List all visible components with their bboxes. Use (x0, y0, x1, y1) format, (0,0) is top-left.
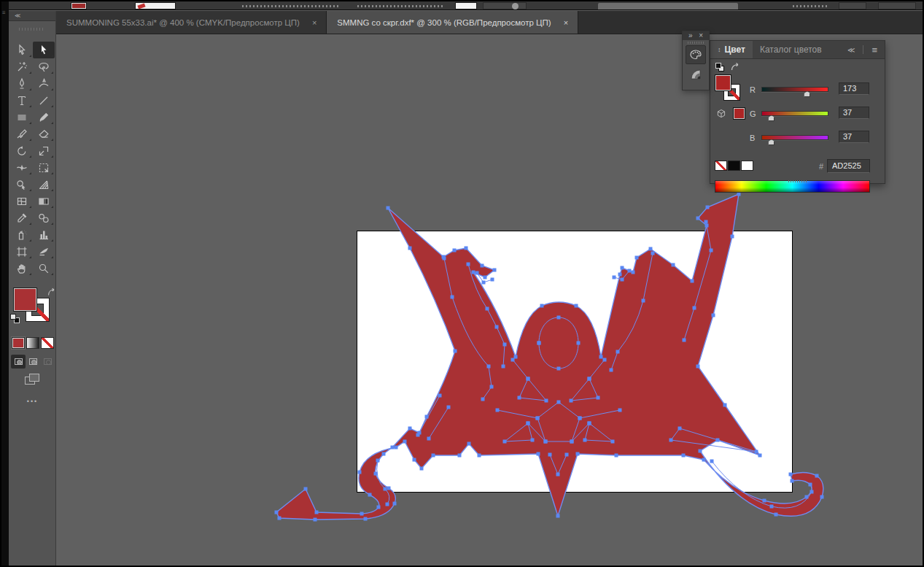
control-icon[interactable] (512, 3, 519, 9)
control-field[interactable] (878, 2, 916, 9)
dock-grip[interactable] (688, 42, 704, 44)
document-tab[interactable]: SMMNG со скрг.dxf* @ 300 % (RGB/Предпрос… (327, 11, 578, 34)
panel-toggle-icon: ↕ (718, 46, 721, 53)
channel-row-g: G37 (710, 108, 886, 121)
dock-expand-icon[interactable]: » (686, 32, 696, 39)
panel-resize-grip[interactable] (788, 180, 807, 182)
channel-value-input[interactable]: 37 (839, 131, 869, 143)
toolbar-collapse-button[interactable]: ≪ (9, 11, 55, 21)
panel-fill-swatch[interactable] (715, 74, 731, 91)
tab-close-icon[interactable]: × (310, 18, 319, 27)
screen-mode-button[interactable] (25, 374, 41, 387)
tool-artboard[interactable] (11, 243, 33, 260)
color-panel-icon[interactable] (686, 45, 706, 64)
draw-normal-button[interactable] (11, 355, 26, 369)
tab-color[interactable]: ↕ Цвет (710, 41, 753, 58)
eraser-icon (37, 128, 50, 141)
slider-thumb[interactable] (768, 139, 774, 145)
tool-paintbrush[interactable] (33, 109, 55, 126)
panel-icon-dock: » × (682, 31, 710, 90)
dock-close-icon[interactable]: × (696, 32, 706, 39)
divider (863, 45, 863, 54)
collapse-icon: ≪ (15, 12, 20, 19)
tool-line-segment[interactable] (33, 92, 55, 109)
channel-value-input[interactable]: 173 (839, 82, 869, 95)
control-stroke-swatch[interactable] (135, 2, 176, 9)
tool-hand[interactable] (11, 260, 33, 277)
hex-input[interactable]: AD2525 (827, 159, 870, 173)
tool-eraser[interactable] (33, 126, 55, 142)
tool-pen[interactable] (11, 75, 33, 92)
tool-width[interactable] (11, 159, 33, 176)
edit-toolbar-button[interactable]: ••• (9, 398, 56, 405)
tool-eyedropper[interactable] (11, 209, 33, 226)
tab-title: SUMMONING 55x33.ai* @ 400 % (CMYK/Предпр… (66, 18, 300, 27)
tool-blend[interactable] (33, 209, 55, 226)
swatch-white[interactable] (741, 161, 753, 171)
draw-inside-button[interactable] (40, 355, 55, 369)
tool-scale[interactable] (33, 142, 55, 159)
symbol-sprayer-icon (15, 228, 28, 242)
pen-icon (15, 77, 28, 90)
swatch-none[interactable] (715, 161, 727, 171)
channel-slider[interactable] (761, 87, 828, 92)
panel-menu-icon[interactable]: ≡ (869, 45, 880, 55)
quick-swatches (715, 161, 753, 171)
fill-stroke-widget (9, 287, 56, 335)
hand-icon (15, 262, 28, 275)
tool-shape-builder[interactable] (11, 176, 33, 193)
swap-colors-icon[interactable] (730, 62, 740, 72)
control-field[interactable] (839, 2, 866, 9)
control-fill-swatch[interactable] (71, 2, 87, 9)
tool-selection[interactable] (11, 42, 33, 58)
default-fill-stroke-icon[interactable] (10, 314, 20, 324)
tool-magic-wand[interactable] (11, 58, 33, 75)
tool-shaper[interactable] (11, 126, 33, 142)
paint-none-button[interactable] (41, 337, 54, 349)
draw-behind-button[interactable] (26, 355, 40, 369)
tool-symbol-sprayer[interactable] (11, 226, 33, 243)
tool-rotate[interactable] (11, 142, 33, 159)
color-panel-header: ↕ Цвет Каталог цветов ≪ ≡ (710, 41, 885, 59)
control-field[interactable] (455, 2, 477, 9)
tool-lasso[interactable] (33, 58, 55, 75)
swap-fill-stroke-icon[interactable] (47, 287, 56, 296)
shaper-icon (15, 128, 28, 141)
paint-gradient-button[interactable] (26, 337, 39, 349)
color-panel: ↕ Цвет Каталог цветов ≪ ≡ R173G37B37 (710, 40, 885, 184)
color-guide-icon[interactable] (686, 65, 706, 84)
lasso-icon (37, 61, 50, 74)
control-field[interactable] (483, 2, 527, 9)
tool-slice[interactable] (33, 243, 55, 260)
tool-gradient[interactable] (33, 193, 55, 209)
tool-rectangle[interactable] (11, 109, 33, 126)
menu-icon[interactable]: ≡ (2, 10, 6, 16)
tool-curvature[interactable] (33, 75, 55, 92)
panel-collapse-icon[interactable]: ≪ (845, 46, 858, 54)
shape-builder-icon (15, 178, 28, 191)
channel-slider[interactable] (761, 111, 828, 116)
tab-close-icon[interactable]: × (562, 18, 570, 27)
tool-type[interactable] (11, 92, 33, 109)
line-segment-icon (37, 94, 50, 107)
tool-mesh[interactable] (11, 193, 33, 209)
control-grip (242, 5, 341, 7)
channel-value-input[interactable]: 37 (839, 107, 869, 119)
slider-thumb[interactable] (768, 115, 774, 121)
tool-perspective-grid[interactable] (33, 176, 55, 193)
copy-squares-icon[interactable] (715, 63, 725, 72)
channel-slider[interactable] (761, 135, 828, 140)
tool-column-graph[interactable] (33, 226, 55, 243)
paint-color-button[interactable] (12, 337, 25, 349)
fill-swatch[interactable] (13, 288, 37, 312)
free-transform-icon (37, 161, 50, 174)
toolbar-grip[interactable] (19, 28, 45, 31)
swatch-black[interactable] (728, 161, 740, 171)
document-tab[interactable]: SUMMONING 55x33.ai* @ 400 % (CMYK/Предпр… (56, 11, 327, 34)
tool-zoom[interactable] (33, 260, 55, 277)
tool-direct-selection[interactable] (33, 42, 55, 58)
channel-row-b: B37 (710, 132, 886, 145)
slider-thumb[interactable] (804, 91, 810, 97)
tool-free-transform[interactable] (33, 159, 55, 176)
tab-color-catalog[interactable]: Каталог цветов (753, 41, 829, 58)
